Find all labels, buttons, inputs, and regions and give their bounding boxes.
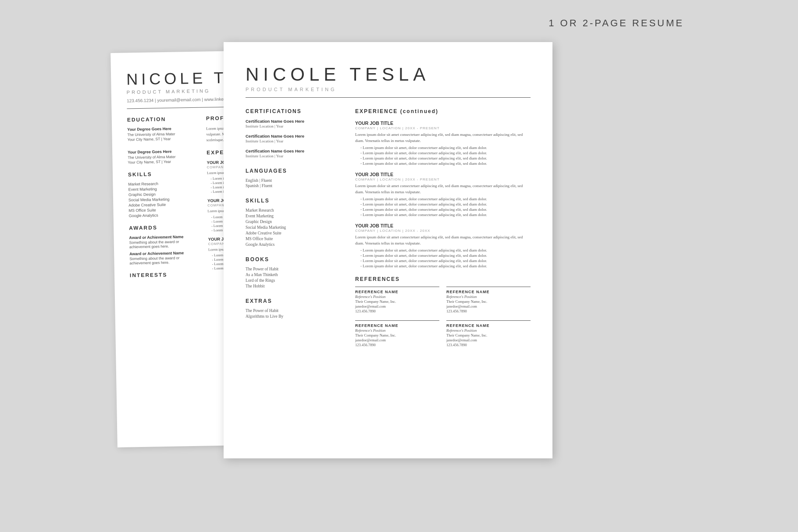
cert-1-name: Certification Name Goes Here <box>246 119 342 124</box>
exp-job-3-desc: Lorem ipsum dolor sit amet consectetuer … <box>355 234 531 246</box>
ref-1-name: REFERENCE NAME <box>355 290 439 294</box>
cert-1: Certification Name Goes Here Institute L… <box>246 119 342 128</box>
skill-2: Event Marketing <box>246 214 342 218</box>
education-section-title: EDUCATION <box>127 116 197 123</box>
ref-3-position: Reference's Position <box>355 328 439 333</box>
cert-2-location: Institute Location | Year <box>246 139 342 143</box>
back-skill-3: Graphic Design <box>128 192 199 197</box>
degree-1-title: Your Degree Goes Here <box>127 126 197 132</box>
front-left-column: CERTIFICATIONS Certification Name Goes H… <box>246 108 342 347</box>
cert-3-name: Certification Name Goes Here <box>246 149 342 153</box>
ref-2-phone: 123.456.7890 <box>446 309 531 313</box>
exp-job-1-company: COMPANY | LOCATION | 20XX - PRESENT <box>355 126 531 130</box>
ref-1: REFERENCE NAME Reference's Position Thei… <box>355 287 439 313</box>
cert-2: Certification Name Goes Here Institute L… <box>246 134 342 143</box>
ref-3-company: Their Company Name, Inc. <box>355 333 439 337</box>
experience-continued-section: EXPERIENCE (continued) YOUR JOB TITLE CO… <box>355 108 531 268</box>
exp-job-2-company: COMPANY | LOCATION | 20XX - PRESENT <box>355 177 531 181</box>
exp-job-1-bullet-1: - Lorem ipsum dolor sit amet, dolor cons… <box>355 145 531 150</box>
book-2: As a Man Thinketh <box>246 273 342 277</box>
front-columns: CERTIFICATIONS Certification Name Goes H… <box>246 108 531 347</box>
ref-1-phone: 123.456.7890 <box>355 309 439 313</box>
skill-4: Social Media Marketing <box>246 225 342 230</box>
skill-5: Adobe Creative Suite <box>246 231 342 235</box>
back-skill-7: Google Analytics <box>129 213 199 218</box>
ref-2-position: Reference's Position <box>446 294 531 299</box>
references-grid: REFERENCE NAME Reference's Position Thei… <box>355 287 531 347</box>
languages-title: LANGUAGES <box>246 168 342 174</box>
cert-1-location: Institute Location | Year <box>246 124 342 128</box>
degree-2-title: Your Degree Goes Here <box>128 149 198 155</box>
ref-2: REFERENCE NAME Reference's Position Thei… <box>446 287 531 313</box>
book-1: The Power of Habit <box>246 267 342 271</box>
degree-2-location: Your City Name, ST | Year <box>128 159 198 165</box>
back-skills-title: SKILLS <box>128 170 198 178</box>
back-skill-4: Social Media Marketing <box>128 197 199 202</box>
skill-6: MS Office Suite <box>246 237 342 241</box>
language-2: Spanish | Fluent <box>246 184 342 188</box>
language-1: English | Fluent <box>246 178 342 183</box>
ref-1-email: janedoe@email.com <box>355 304 439 309</box>
back-skill-2: Event Marketing <box>128 186 199 192</box>
degree-1-location: Your City Name, ST | Year <box>128 136 198 142</box>
exp-job-2-desc: Lorem ipsum dolor sit amet consectetuer … <box>355 183 531 195</box>
ref-4-phone: 123.456.7890 <box>446 343 531 347</box>
cert-3: Certification Name Goes Here Institute L… <box>246 149 342 158</box>
ref-4-email: janedoe@email.com <box>446 338 531 342</box>
back-skill-1: Market Research <box>128 181 198 187</box>
ref-2-name: REFERENCE NAME <box>446 290 531 294</box>
ref-4-name: REFERENCE NAME <box>446 323 531 328</box>
front-title: PRODUCT MARKETING <box>246 87 531 92</box>
exp-job-1-title: YOUR JOB TITLE <box>355 121 531 126</box>
exp-job-2-bullet-3: - Lorem ipsum dolor sit amet, dolor cons… <box>355 207 531 212</box>
ref-3: REFERENCE NAME Reference's Position Thei… <box>355 320 439 347</box>
exp-job-3-bullet-2: - Lorem ipsum dolor sit amet, dolor cons… <box>355 253 531 258</box>
ref-1-company: Their Company Name, Inc. <box>355 299 439 304</box>
resume-front-page: NICOLE TESLA PRODUCT MARKETING CERTIFICA… <box>224 42 552 458</box>
ref-3-email: janedoe@email.com <box>355 338 439 342</box>
book-3: Lord of the Rings <box>246 278 342 283</box>
resume-container: NICOLE T PRODUCT MARKETING 123.456.1234 … <box>92 42 706 458</box>
skill-3: Graphic Design <box>246 220 342 224</box>
ref-1-position: Reference's Position <box>355 294 439 299</box>
back-awards-title: AWARDS <box>129 224 199 231</box>
front-right-column: EXPERIENCE (continued) YOUR JOB TITLE CO… <box>355 108 531 347</box>
front-divider <box>246 97 531 98</box>
ref-3-phone: 123.456.7890 <box>355 343 439 347</box>
cert-3-location: Institute Location | Year <box>246 154 342 158</box>
front-name: NICOLE TESLA <box>246 64 531 85</box>
exp-job-2-title: YOUR JOB TITLE <box>355 172 531 177</box>
exp-job-1-bullet-4: - Lorem ipsum dolor sit amet, dolor cons… <box>355 161 531 166</box>
certifications-title: CERTIFICATIONS <box>246 108 342 114</box>
exp-job-3-bullet-1: - Lorem ipsum dolor sit amet, dolor cons… <box>355 248 531 252</box>
exp-job-2-bullet-1: - Lorem ipsum dolor sit amet, dolor cons… <box>355 197 531 201</box>
exp-job-2-bullet-4: - Lorem ipsum dolor sit amet, dolor cons… <box>355 213 531 217</box>
page-title: 1 OR 2-PAGE RESUME <box>549 18 684 29</box>
ref-3-name: REFERENCE NAME <box>355 323 439 328</box>
ref-4-company: Their Company Name, Inc. <box>446 333 531 337</box>
extra-2: Algorithms to Live By <box>246 314 342 319</box>
exp-job-1-bullet-3: - Lorem ipsum dolor sit amet, dolor cons… <box>355 156 531 160</box>
back-award-1-desc: Something about the award or achievement… <box>129 239 200 249</box>
book-4: The Hobbit <box>246 284 342 288</box>
ref-2-company: Their Company Name, Inc. <box>446 299 531 304</box>
exp-job-2-bullet-2: - Lorem ipsum dolor sit amet, dolor cons… <box>355 202 531 206</box>
skill-1: Market Research <box>246 208 342 213</box>
skill-7: Google Analytics <box>246 242 342 247</box>
cert-2-name: Certification Name Goes Here <box>246 134 342 138</box>
back-skill-6: MS Office Suite <box>128 207 199 213</box>
ref-4-position: Reference's Position <box>446 328 531 333</box>
books-title: BOOKS <box>246 256 342 262</box>
back-interests-title: INTERESTS <box>130 271 200 279</box>
experience-continued-title: EXPERIENCE (continued) <box>355 108 531 114</box>
exp-job-3-bullet-4: - Lorem ipsum dolor sit amet, dolor cons… <box>355 264 531 268</box>
ref-2-email: janedoe@email.com <box>446 304 531 309</box>
back-left-column: EDUCATION Your Degree Goes Here The Univ… <box>127 116 200 283</box>
exp-job-3-bullet-3: - Lorem ipsum dolor sit amet, dolor cons… <box>355 259 531 263</box>
exp-job-3-company: COMPANY | LOCATION | 20XX - 20XX <box>355 229 531 233</box>
back-skill-5: Adobe Creative Suite <box>128 202 199 208</box>
extra-1: The Power of Habit <box>246 309 342 313</box>
exp-job-1-bullet-2: - Lorem ipsum dolor sit amet, dolor cons… <box>355 151 531 155</box>
exp-job-1-desc: Lorem ipsum dolor sit amet consectetuer … <box>355 132 531 144</box>
references-title: REFERENCES <box>355 276 531 282</box>
